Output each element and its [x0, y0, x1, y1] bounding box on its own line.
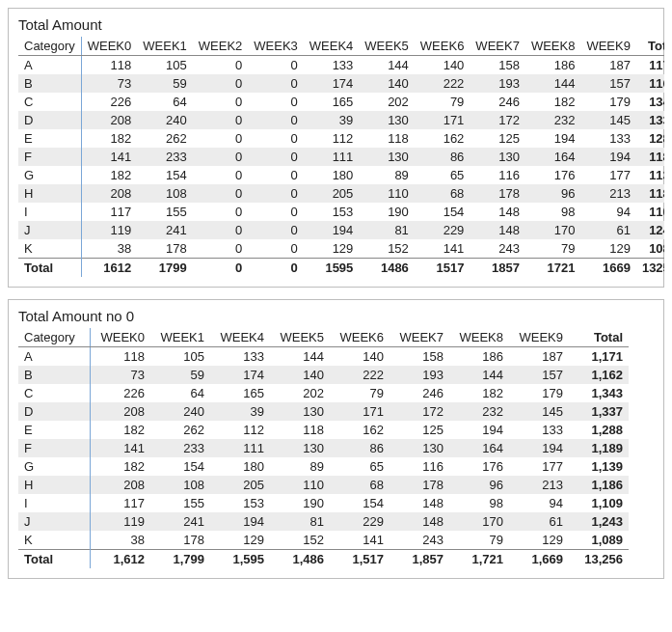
cell-value: 129 [304, 239, 360, 259]
header-week: WEEK5 [359, 37, 415, 56]
cell-category: B [18, 366, 91, 384]
cell-value: 165 [304, 93, 360, 111]
cell-value: 105 [137, 56, 193, 75]
cell-value: 145 [580, 111, 636, 129]
cell-value: 205 [210, 476, 270, 494]
cell-value: 158 [390, 347, 449, 367]
cell-value: 229 [415, 221, 470, 239]
cell-value: 172 [390, 402, 449, 421]
table-row: E182262001121181621251941331288 [18, 129, 664, 148]
cell-value: 246 [470, 93, 525, 111]
cell-value: 118 [81, 56, 137, 75]
cell-category: C [18, 93, 81, 111]
cell-value: 119 [81, 221, 137, 239]
cell-value: 158 [470, 56, 525, 75]
cell-value: 187 [580, 56, 636, 75]
cell-value: 262 [137, 129, 193, 148]
cell-value: 81 [270, 512, 330, 531]
cell-value: 213 [509, 476, 569, 494]
cell-value: 172 [470, 111, 525, 129]
table-total-row: Total16121799001595148615171857172116691… [18, 259, 664, 278]
cell-value: 155 [150, 494, 210, 512]
cell-value: 0 [248, 129, 304, 148]
cell-category: D [18, 111, 81, 129]
cell-value: 89 [270, 457, 330, 476]
cell-value: 105 [150, 347, 210, 367]
cell-value: 164 [449, 439, 509, 457]
cell-category: J [18, 512, 91, 531]
cell-value: 116 [470, 166, 525, 184]
cell-row-total: 1162 [636, 74, 664, 93]
table-row: C2266400165202792461821791343 [18, 93, 664, 111]
cell-value: 117 [81, 203, 137, 221]
table-row: D208240391301711722321451,337 [18, 402, 629, 421]
cell-category: H [18, 184, 81, 203]
cell-value: 177 [580, 166, 636, 184]
header-week: WEEK6 [330, 328, 390, 347]
cell-row-total: 1189 [636, 148, 664, 166]
cell-value: 125 [470, 129, 525, 148]
cell-value: 152 [270, 531, 330, 550]
cell-value: 112 [304, 129, 360, 148]
cell-value: 194 [580, 148, 636, 166]
cell-value: 108 [150, 476, 210, 494]
cell-value: 118 [359, 129, 415, 148]
cell-value: 170 [449, 512, 509, 531]
cell-value: 110 [359, 184, 415, 203]
table-card: Total Amount no 0CategoryWEEK0WEEK1WEEK4… [8, 299, 664, 579]
cell-value: 202 [359, 93, 415, 111]
cell-value: 179 [509, 384, 569, 402]
header-week: WEEK4 [210, 328, 270, 347]
cell-value: 170 [525, 221, 581, 239]
cell-column-total: 0 [193, 259, 249, 278]
cell-row-total: 1,162 [569, 366, 629, 384]
cell-value: 246 [390, 384, 449, 402]
cell-value: 0 [193, 56, 249, 75]
cell-value: 140 [330, 347, 390, 367]
cell-value: 180 [210, 457, 270, 476]
cell-row-total: 1,186 [569, 476, 629, 494]
table-card: Total AmountCategoryWEEK0WEEK1WEEK2WEEK3… [8, 8, 664, 288]
cell-row-total: 1171 [636, 56, 664, 75]
table-row: H2081080020511068178962131186 [18, 184, 664, 203]
cell-value: 144 [525, 74, 581, 93]
cell-value: 182 [525, 93, 581, 111]
header-week: WEEK5 [270, 328, 330, 347]
header-week: WEEK7 [470, 37, 525, 56]
cell-value: 79 [415, 93, 470, 111]
cell-value: 0 [248, 166, 304, 184]
cell-value: 208 [81, 111, 137, 129]
cell-value: 222 [330, 366, 390, 384]
cell-value: 233 [137, 148, 193, 166]
cell-value: 89 [359, 166, 415, 184]
table-row: A118105001331441401581861871171 [18, 56, 664, 75]
cell-value: 0 [248, 93, 304, 111]
cell-value: 0 [248, 74, 304, 93]
cell-value: 148 [470, 221, 525, 239]
cell-value: 98 [525, 203, 581, 221]
cell-value: 0 [193, 93, 249, 111]
cell-value: 154 [137, 166, 193, 184]
cell-value: 226 [91, 384, 151, 402]
cell-value: 65 [415, 166, 470, 184]
cell-column-total: 1799 [137, 259, 193, 278]
cell-value: 262 [150, 421, 210, 439]
cell-value: 0 [248, 239, 304, 259]
cell-value: 243 [390, 531, 449, 550]
cell-value: 133 [210, 347, 270, 367]
cell-row-total: 1,109 [569, 494, 629, 512]
cell-value: 130 [270, 439, 330, 457]
cell-category: G [18, 166, 81, 184]
cell-value: 39 [210, 402, 270, 421]
cell-value: 186 [449, 347, 509, 367]
cell-row-total: 1089 [636, 239, 664, 259]
cell-value: 130 [359, 111, 415, 129]
cell-value: 79 [449, 531, 509, 550]
cell-category: A [18, 56, 81, 75]
cell-value: 129 [509, 531, 569, 550]
table-title: Total Amount [18, 16, 654, 33]
cell-value: 73 [91, 366, 151, 384]
cell-category: C [18, 384, 91, 402]
cell-value: 243 [470, 239, 525, 259]
cell-value: 130 [390, 439, 449, 457]
